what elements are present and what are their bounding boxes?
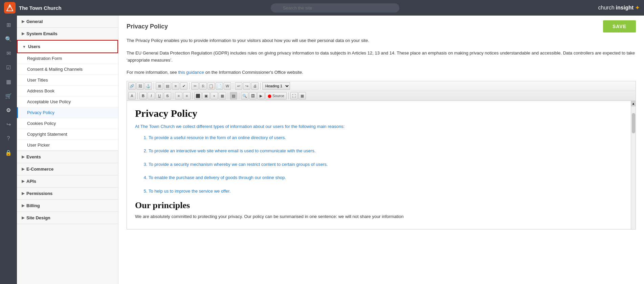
editor-heading-1: Privacy Policy bbox=[135, 108, 621, 119]
toolbar-align-justify-btn[interactable]: ▦ bbox=[219, 92, 226, 100]
toolbar-underline-btn[interactable]: U bbox=[156, 92, 163, 100]
sidebar-item-address-book[interactable]: Address Book bbox=[17, 86, 118, 96]
info-para-3-prefix: For more information, see bbox=[127, 70, 178, 75]
toolbar-paste-word-btn[interactable]: W bbox=[224, 82, 231, 90]
list-item-3: To provide a security mechanism whereby … bbox=[149, 160, 621, 168]
org-name: The Town Church bbox=[19, 5, 62, 11]
sidebar-section-site-design: ▶ Site Design bbox=[17, 212, 118, 224]
toolbar-color-btn[interactable]: A bbox=[128, 92, 136, 100]
nav-question-icon[interactable]: ? bbox=[2, 132, 15, 145]
nav-check-icon[interactable]: ☑ bbox=[2, 61, 15, 74]
editor-paragraph: We are absolutely committed to protectin… bbox=[135, 213, 621, 220]
toolbar-paste-text-btn[interactable]: 📄 bbox=[216, 82, 223, 90]
info-link[interactable]: this guidance bbox=[178, 70, 204, 75]
toolbar-align-btn[interactable]: ≡ bbox=[172, 82, 179, 90]
main-content: Privacy Policy SAVE The Privacy Policy e… bbox=[118, 16, 644, 284]
sidebar-item-user-titles[interactable]: User Titles bbox=[17, 75, 118, 86]
editor-content-area[interactable]: Privacy Policy At The Town Church we col… bbox=[127, 101, 636, 229]
toolbar-align-right-btn[interactable]: ▪ bbox=[210, 92, 218, 100]
brand-area: churchinsight ✦ bbox=[598, 4, 640, 12]
editor-list: To provide a useful resource in the form… bbox=[142, 134, 621, 195]
toolbar-unlink-btn[interactable]: ⛓ bbox=[136, 82, 144, 90]
toolbar-copy-btn[interactable]: ⎘ bbox=[199, 82, 207, 90]
toolbar-spell-btn[interactable]: ✔ bbox=[180, 82, 187, 90]
nav-gear-icon[interactable]: ⚙ bbox=[2, 104, 15, 116]
toolbar-print-btn[interactable]: 🖨 bbox=[251, 82, 259, 90]
sidebar-section-permissions: ▶ Permissions bbox=[17, 188, 118, 200]
sidebar-item-cookies-policy[interactable]: Cookies Policy bbox=[17, 118, 118, 129]
toolbar-table2-btn[interactable]: ▤ bbox=[164, 82, 171, 90]
toolbar-blocks-btn[interactable]: ▦ bbox=[298, 92, 306, 100]
sidebar-section-events: ▶ Events bbox=[17, 151, 118, 163]
sidebar-section-permissions-header[interactable]: ▶ Permissions bbox=[17, 188, 118, 199]
toolbar-row-2: A B I U S ≡ ≡ ⬛ ▣ ▪ ▦ ▨ � bbox=[127, 91, 636, 101]
toolbar-search-btn[interactable]: 🔍 bbox=[241, 92, 248, 100]
toolbar-cut-btn[interactable]: ✂ bbox=[191, 82, 199, 90]
sidebar-section-site-design-header[interactable]: ▶ Site Design bbox=[17, 212, 118, 224]
toolbar-image-btn[interactable]: 🖼 bbox=[249, 92, 257, 100]
search-input[interactable] bbox=[271, 3, 399, 13]
editor-scrollbar[interactable]: ▲ bbox=[631, 101, 636, 229]
toolbar-ol-btn[interactable]: ≡ bbox=[175, 92, 182, 100]
brand-church: church bbox=[598, 5, 615, 11]
sidebar-section-apis-header[interactable]: ▶ APIs bbox=[17, 175, 118, 187]
toolbar-ul-btn[interactable]: ≡ bbox=[183, 92, 191, 100]
nav-grid-icon[interactable]: ⊞ bbox=[2, 18, 15, 31]
chevron-right-icon-7: ▶ bbox=[22, 203, 24, 208]
sidebar-item-privacy-policy[interactable]: Privacy Policy bbox=[17, 107, 118, 118]
sidebar-section-site-design-label: Site Design bbox=[26, 215, 50, 220]
nav-chart-icon[interactable]: ▦ bbox=[2, 75, 15, 88]
sidebar-section-system-emails-header[interactable]: ▶ System Emails bbox=[17, 28, 118, 40]
sidebar-item-copyright[interactable]: Copyright Statement bbox=[17, 129, 118, 140]
sidebar-section-general-header[interactable]: ▶ General bbox=[17, 16, 118, 27]
toolbar-sep-7 bbox=[192, 92, 193, 99]
nav-lock-icon[interactable]: 🔒 bbox=[2, 146, 15, 159]
sidebar-section-events-header[interactable]: ▶ Events bbox=[17, 151, 118, 163]
toolbar-paste-btn[interactable]: 📋 bbox=[207, 82, 215, 90]
info-para-3: For more information, see this guidance … bbox=[118, 68, 644, 78]
toolbar-sep-8 bbox=[228, 92, 228, 99]
sidebar-section-billing-label: Billing bbox=[26, 203, 40, 208]
sidebar-item-user-picker[interactable]: User Picker bbox=[17, 140, 118, 151]
nav-search-icon[interactable]: 🔍 bbox=[2, 32, 15, 45]
toolbar-align-left-btn[interactable]: ⬛ bbox=[194, 92, 202, 100]
toolbar-undo-btn[interactable]: ↩ bbox=[235, 82, 242, 90]
sidebar-section-users-header[interactable]: ▼ Users bbox=[17, 40, 118, 53]
sidebar-item-consent-mailing[interactable]: Consent & Mailing Channels bbox=[17, 64, 118, 75]
list-item-2: To provide an interactive web site where… bbox=[149, 147, 621, 155]
chevron-right-icon-4: ▶ bbox=[22, 167, 24, 171]
toolbar-link-btn[interactable]: 🔗 bbox=[128, 82, 136, 90]
sidebar: ▶ General ▶ System Emails ▼ Users Regist… bbox=[17, 16, 118, 284]
toolbar-row-1: 🔗 ⛓ ⚓ ⊞ ▤ ≡ ✔ ✂ ⎘ 📋 📄 W ↩ ↪ bbox=[127, 81, 636, 91]
sidebar-section-ecommerce-header[interactable]: ▶ E-Commerce bbox=[17, 163, 118, 175]
search-area: 🔍 bbox=[72, 3, 598, 13]
save-button[interactable]: SAVE bbox=[603, 20, 636, 32]
nav-mail-icon[interactable]: ✉ bbox=[2, 47, 15, 60]
org-logo-area: The Town Church bbox=[4, 2, 72, 14]
sidebar-section-system-emails-label: System Emails bbox=[26, 31, 58, 36]
nav-arrow-icon[interactable]: ↪ bbox=[2, 118, 15, 131]
source-button[interactable]: ⬤ Source bbox=[265, 92, 287, 100]
toolbar-sep-1 bbox=[154, 83, 154, 89]
sidebar-item-acceptable-use[interactable]: Acceptable Use Policy bbox=[17, 96, 118, 107]
toolbar-media-btn[interactable]: ▶ bbox=[257, 92, 265, 100]
toolbar-table-btn[interactable]: ⊞ bbox=[156, 82, 163, 90]
sidebar-section-billing-header[interactable]: ▶ Billing bbox=[17, 200, 118, 212]
toolbar-fullscreen-btn[interactable]: ⛶ bbox=[290, 92, 298, 100]
heading-select[interactable]: Heading 1 Heading 2 Heading 3 Paragraph bbox=[262, 82, 290, 90]
toolbar-italic-btn[interactable]: I bbox=[148, 92, 155, 100]
scrollbar-up-btn[interactable]: ▲ bbox=[631, 101, 636, 106]
toolbar-bold-btn[interactable]: B bbox=[139, 92, 147, 100]
sidebar-section-ecommerce-label: E-Commerce bbox=[26, 167, 53, 172]
scrollbar-thumb[interactable] bbox=[632, 113, 635, 133]
main-layout: ⊞ 🔍 ✉ ☑ ▦ 🛒 ⚙ ↪ ? 🔒 ▶ General ▶ System E… bbox=[0, 16, 644, 284]
toolbar-anchor-btn[interactable]: ⚓ bbox=[145, 82, 152, 90]
sidebar-item-registration-form[interactable]: Registration Form bbox=[17, 53, 118, 64]
toolbar-highlight-btn[interactable]: ▨ bbox=[230, 92, 237, 100]
chevron-right-icon-2: ▶ bbox=[22, 31, 24, 36]
toolbar-strike-btn[interactable]: S bbox=[164, 92, 171, 100]
toolbar-align-center-btn[interactable]: ▣ bbox=[202, 92, 210, 100]
toolbar-redo-btn[interactable]: ↪ bbox=[243, 82, 250, 90]
sidebar-section-billing: ▶ Billing bbox=[17, 200, 118, 212]
nav-cart-icon[interactable]: 🛒 bbox=[2, 89, 15, 102]
